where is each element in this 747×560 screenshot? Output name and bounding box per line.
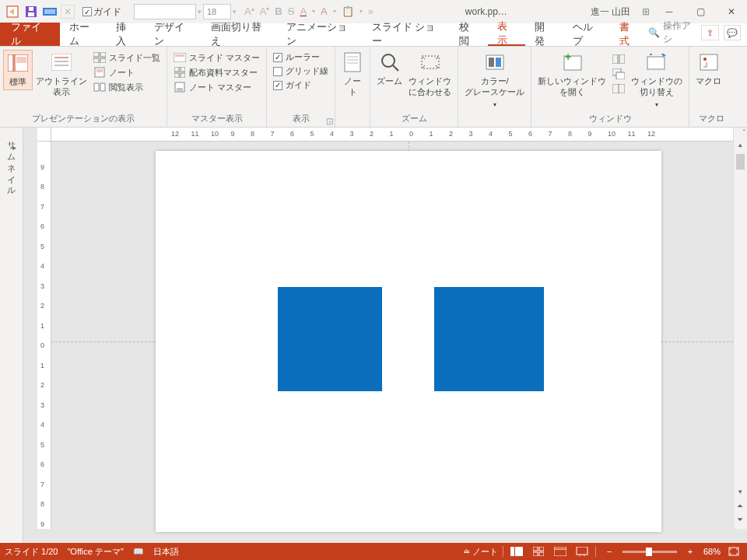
- ruler-tick: 5: [509, 130, 513, 138]
- ruler-tick: 9: [231, 130, 235, 138]
- zoom-knob[interactable]: [646, 548, 652, 556]
- autosave-icon[interactable]: [5, 4, 20, 19]
- ruler-tick: 0: [40, 341, 44, 349]
- font-name-combo[interactable]: [134, 4, 196, 19]
- notes-toggle[interactable]: ≐ ノート: [463, 546, 498, 558]
- touch-mode-icon[interactable]: [42, 4, 58, 19]
- fit-window-button[interactable]: ウィンドウ に合わせる: [405, 50, 454, 100]
- tab-review[interactable]: 校閲: [450, 23, 487, 46]
- prev-slide-icon[interactable]: ⏶: [734, 499, 747, 512]
- tell-me-search[interactable]: 🔍 操作アシ: [648, 19, 696, 46]
- rectangle-shape-1[interactable]: [278, 287, 382, 391]
- vertical-scrollbar[interactable]: ˆ ▴ ▾ ⏶ ⏷: [733, 128, 747, 529]
- tab-animations[interactable]: アニメーション: [277, 23, 362, 46]
- sorter-label: スライド一覧: [109, 52, 160, 64]
- tab-slideshow[interactable]: スライド ショー: [363, 23, 451, 46]
- handout-master-button[interactable]: 配布資料マスター: [174, 66, 260, 79]
- bold-icon[interactable]: B: [275, 5, 282, 17]
- collapse-ribbon-icon[interactable]: ˆ: [743, 129, 745, 138]
- svg-rect-55: [539, 552, 544, 556]
- save-icon[interactable]: [23, 4, 39, 19]
- gridlines-checkbox[interactable]: グリッド線: [273, 65, 328, 77]
- tab-view[interactable]: 表示: [488, 23, 525, 46]
- svg-rect-21: [174, 67, 179, 72]
- tab-developer[interactable]: 開発: [525, 23, 563, 46]
- thumbnail-label: サムネイル: [5, 128, 17, 193]
- highlight-icon[interactable]: A: [321, 5, 328, 17]
- dropdown-icon[interactable]: ▾: [233, 8, 237, 16]
- account-icon[interactable]: ⊞: [638, 4, 654, 19]
- dropdown-icon[interactable]: ▾: [198, 8, 202, 16]
- comments-button[interactable]: 💬: [724, 25, 741, 40]
- notes-button[interactable]: ノー ト: [338, 50, 366, 100]
- horizontal-ruler[interactable]: 1211109876543210123456789101112: [51, 128, 733, 142]
- arrange-all-button[interactable]: [612, 53, 625, 65]
- ruler-tick: 5: [310, 130, 314, 138]
- scroll-thumb[interactable]: [736, 154, 745, 170]
- zoom-in-button[interactable]: +: [682, 544, 699, 558]
- clipboard-icon[interactable]: 📋: [342, 5, 354, 17]
- slide-master-button[interactable]: スライド マスター: [174, 51, 260, 64]
- font-size-combo[interactable]: 18: [203, 4, 231, 19]
- zoom-percent[interactable]: 68%: [703, 547, 721, 556]
- tab-design[interactable]: デザイン: [145, 23, 202, 46]
- slide-counter[interactable]: スライド 1/20: [5, 546, 58, 558]
- tab-file[interactable]: ファイル: [0, 23, 60, 46]
- zoom-button[interactable]: ズーム: [374, 50, 405, 89]
- scroll-up-icon[interactable]: ▴: [734, 138, 747, 151]
- color-grayscale-button[interactable]: カラー/ グレースケール ▾: [461, 50, 528, 110]
- user-name[interactable]: 進一 山田: [583, 5, 638, 19]
- outline-view-button[interactable]: アウトライン 表示: [33, 50, 90, 100]
- reading-view-button[interactable]: 閲覧表示: [93, 81, 160, 93]
- move-split-button[interactable]: [612, 82, 625, 95]
- switch-windows-button[interactable]: ウィンドウの 切り替え ▾: [628, 50, 686, 110]
- slide-canvas[interactable]: 1211109876543210123456789101112 98765432…: [23, 128, 747, 543]
- decrease-font-icon[interactable]: A▾: [260, 5, 270, 17]
- macros-button[interactable]: マクロ: [693, 50, 724, 89]
- ruler-tick: 7: [549, 130, 552, 138]
- dialog-launcher-icon[interactable]: ◲: [326, 117, 333, 125]
- tab-format[interactable]: 書式: [610, 23, 647, 46]
- tab-transitions[interactable]: 画面切り替え: [202, 23, 277, 46]
- normal-view-button[interactable]: 標準: [3, 50, 33, 90]
- tab-insert[interactable]: 挿入: [107, 23, 144, 46]
- fit-slide-button[interactable]: [725, 544, 742, 558]
- ruler-checkbox[interactable]: ✓ルーラー: [273, 51, 328, 63]
- cascade-button[interactable]: [612, 68, 625, 80]
- slideshow-statusbar-icon[interactable]: [573, 544, 591, 558]
- language-indicator[interactable]: 日本語: [153, 546, 179, 558]
- strikethrough-icon[interactable]: S: [288, 5, 295, 17]
- vertical-ruler[interactable]: 9876543210123456789: [37, 142, 51, 529]
- slide[interactable]: [156, 151, 661, 532]
- zoom-out-button[interactable]: −: [601, 544, 618, 558]
- tab-home[interactable]: ホーム: [60, 23, 107, 46]
- increase-font-icon[interactable]: A▴: [244, 5, 254, 17]
- zoom-slider[interactable]: [622, 551, 677, 553]
- tab-help[interactable]: ヘルプ: [563, 23, 611, 46]
- next-slide-icon[interactable]: ⏷: [734, 513, 747, 526]
- share-button[interactable]: ⇪: [701, 25, 718, 40]
- ruler-tick: 7: [271, 130, 275, 138]
- thumbnail-pane-collapsed[interactable]: サムネイル: [0, 128, 23, 543]
- qat-guides-checkbox[interactable]: ✓ ガイド: [82, 5, 121, 19]
- notes-master-button[interactable]: ノート マスター: [174, 81, 260, 93]
- ruler-tick: 2: [370, 130, 374, 138]
- more-icon[interactable]: »: [368, 5, 374, 17]
- notes-page-button[interactable]: ノート: [93, 66, 160, 79]
- font-color-icon[interactable]: A: [300, 5, 307, 17]
- slide-sorter-button[interactable]: スライド一覧: [93, 51, 160, 64]
- sorter-view-statusbar-icon[interactable]: [530, 544, 547, 558]
- normal-view-statusbar-icon[interactable]: [508, 544, 525, 558]
- new-window-button[interactable]: + 新しいウィンドウ を開く: [535, 50, 609, 100]
- reading-view-statusbar-icon[interactable]: [552, 544, 569, 558]
- svg-point-49: [703, 58, 707, 61]
- expand-thumbnails-icon[interactable]: ▸: [12, 143, 16, 152]
- ruler-tick: 12: [647, 130, 655, 138]
- svg-rect-51: [515, 547, 523, 556]
- rectangle-shape-2[interactable]: [434, 287, 544, 391]
- svg-rect-48: [700, 54, 717, 70]
- spellcheck-icon[interactable]: 📖: [133, 547, 144, 557]
- scroll-down-icon[interactable]: ▾: [734, 485, 747, 498]
- svg-rect-40: [612, 54, 618, 64]
- guides-checkbox[interactable]: ✓ガイド: [273, 79, 328, 91]
